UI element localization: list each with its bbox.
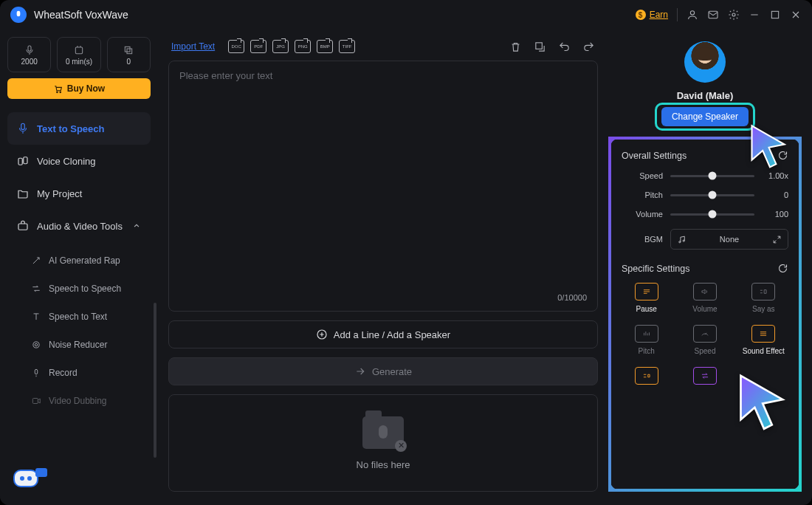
nav-project-label: My Project bbox=[37, 188, 82, 199]
sidebar-scrollbar[interactable] bbox=[154, 303, 156, 458]
format-pdf[interactable]: PDF bbox=[250, 40, 266, 53]
add-block-icon[interactable] bbox=[534, 41, 546, 53]
svg-rect-10 bbox=[21, 123, 25, 129]
format-bmp[interactable]: BMP bbox=[317, 40, 333, 53]
char-counter: 0/10000 bbox=[557, 293, 587, 302]
arrow-right-icon bbox=[354, 365, 366, 377]
folder-icon bbox=[16, 187, 30, 200]
plus-circle-icon bbox=[316, 329, 328, 340]
add-line-label: Add a Line / Add a Speaker bbox=[334, 329, 450, 340]
format-doc[interactable]: DOC bbox=[228, 40, 244, 53]
gear-icon[interactable] bbox=[728, 9, 740, 21]
specific-extra-1[interactable] bbox=[622, 367, 671, 385]
format-jpg[interactable]: JPG bbox=[272, 40, 289, 53]
annotation-cursor-2 bbox=[731, 368, 797, 437]
chevron-up-icon bbox=[131, 221, 142, 231]
volume-icon bbox=[698, 286, 712, 297]
exchange-icon bbox=[31, 284, 41, 294]
buy-now-button[interactable]: Buy Now bbox=[7, 78, 151, 99]
generate-button[interactable]: Generate bbox=[168, 357, 598, 385]
svg-rect-3 bbox=[771, 11, 778, 18]
add-line-speaker-button[interactable]: Add a Line / Add a Speaker bbox=[168, 320, 598, 348]
files-dropzone[interactable]: ✕ No files here bbox=[168, 394, 598, 492]
refresh-specific-icon[interactable] bbox=[777, 263, 788, 274]
quota-chars-value: 2000 bbox=[21, 58, 38, 66]
mic-icon bbox=[24, 44, 35, 56]
pitch-slider[interactable] bbox=[670, 194, 754, 196]
music-icon bbox=[677, 235, 687, 244]
specific-sound-effect[interactable]: Sound Effect bbox=[739, 325, 788, 355]
nav-tools-label: Audio & Video Tools bbox=[37, 221, 123, 232]
app-title: WheatSoft VoxWave bbox=[34, 9, 636, 21]
format-png[interactable]: PNG bbox=[295, 40, 311, 53]
svg-rect-13 bbox=[18, 224, 27, 230]
specific-sfx-label: Sound Effect bbox=[743, 347, 785, 355]
specific-extra-2[interactable] bbox=[680, 367, 729, 385]
nav-my-project[interactable]: My Project bbox=[7, 177, 151, 210]
sub-ai-rap[interactable]: AI Generated Rap bbox=[7, 247, 151, 275]
bgm-select[interactable]: None bbox=[670, 229, 788, 250]
text-input[interactable]: Please enter your text 0/10000 bbox=[168, 61, 598, 312]
minimize-icon[interactable] bbox=[749, 9, 760, 21]
specific-speed[interactable]: Speed bbox=[680, 325, 729, 355]
import-text-link[interactable]: Import Text bbox=[171, 41, 215, 52]
trash-icon[interactable] bbox=[509, 41, 522, 53]
quota-minutes: 0 min(s) bbox=[57, 37, 100, 72]
earn-link[interactable]: $ Earn bbox=[636, 10, 668, 20]
svg-rect-6 bbox=[125, 47, 131, 52]
sub-rap-label: AI Generated Rap bbox=[49, 255, 120, 266]
nav-text-to-speech[interactable]: Text to Speech bbox=[7, 112, 151, 145]
volume-value: 100 bbox=[762, 210, 788, 219]
quota-count-value: 0 bbox=[127, 58, 131, 66]
bgm-label: BGM bbox=[622, 235, 663, 244]
user-icon[interactable] bbox=[687, 9, 698, 21]
specific-say-as[interactable]: Say as bbox=[739, 283, 788, 313]
speaker-avatar bbox=[684, 41, 726, 83]
undo-icon[interactable] bbox=[558, 41, 571, 53]
volume-slider[interactable] bbox=[670, 213, 754, 216]
abc-icon bbox=[640, 371, 653, 381]
redo-icon[interactable] bbox=[582, 41, 595, 53]
sub-speech-to-text[interactable]: Speech to Text bbox=[7, 303, 151, 331]
sub-video-dubbing[interactable]: Video Dubbing bbox=[7, 387, 151, 415]
svg-point-15 bbox=[33, 342, 39, 348]
folder-x-icon: ✕ bbox=[395, 440, 407, 452]
specific-sayas-label: Say as bbox=[752, 305, 775, 313]
sub-s2s-label: Speech to Speech bbox=[49, 284, 121, 294]
annotation-cursor-1 bbox=[744, 120, 796, 174]
clock-icon bbox=[73, 44, 85, 56]
sub-speech-to-speech[interactable]: Speech to Speech bbox=[7, 275, 151, 303]
change-speaker-button[interactable]: Change Speaker bbox=[661, 107, 749, 126]
gauge-icon bbox=[698, 329, 712, 339]
sub-record[interactable]: Record bbox=[7, 359, 151, 387]
volume-label: Volume bbox=[622, 210, 663, 219]
format-tiff[interactable]: TIFF bbox=[339, 40, 355, 53]
quota-chars: 2000 bbox=[7, 37, 51, 72]
nav-tts-label: Text to Speech bbox=[37, 123, 105, 134]
app-logo bbox=[10, 7, 27, 23]
chatbot-icon[interactable] bbox=[13, 470, 43, 495]
close-icon[interactable] bbox=[790, 9, 802, 21]
svg-point-14 bbox=[35, 343, 38, 346]
nav-voice-cloning[interactable]: Voice Cloning bbox=[7, 145, 151, 177]
overall-settings-title: Overall Settings bbox=[622, 151, 687, 161]
tts-icon bbox=[16, 122, 30, 135]
svg-point-8 bbox=[56, 92, 58, 93]
sub-noise-reducer[interactable]: Noise Reducer bbox=[7, 331, 151, 359]
noise-icon bbox=[31, 340, 41, 350]
cart-icon bbox=[53, 84, 63, 94]
specific-settings-title: Specific Settings bbox=[622, 264, 689, 274]
text-icon bbox=[31, 312, 41, 322]
svg-point-2 bbox=[732, 13, 735, 16]
sfx-icon bbox=[757, 329, 770, 339]
pitch-value: 0 bbox=[762, 190, 788, 199]
specific-pause[interactable]: Pause bbox=[622, 283, 671, 313]
text-placeholder: Please enter your text bbox=[179, 70, 587, 293]
mail-icon[interactable] bbox=[707, 9, 719, 21]
nav-audio-video-tools[interactable]: Audio & Video Tools bbox=[7, 210, 151, 242]
quota-minutes-value: 0 min(s) bbox=[66, 58, 92, 66]
speed-slider[interactable] bbox=[670, 175, 754, 177]
maximize-icon[interactable] bbox=[769, 9, 781, 21]
specific-volume[interactable]: Volume bbox=[680, 283, 729, 313]
specific-pitch[interactable]: Pitch bbox=[622, 325, 671, 355]
